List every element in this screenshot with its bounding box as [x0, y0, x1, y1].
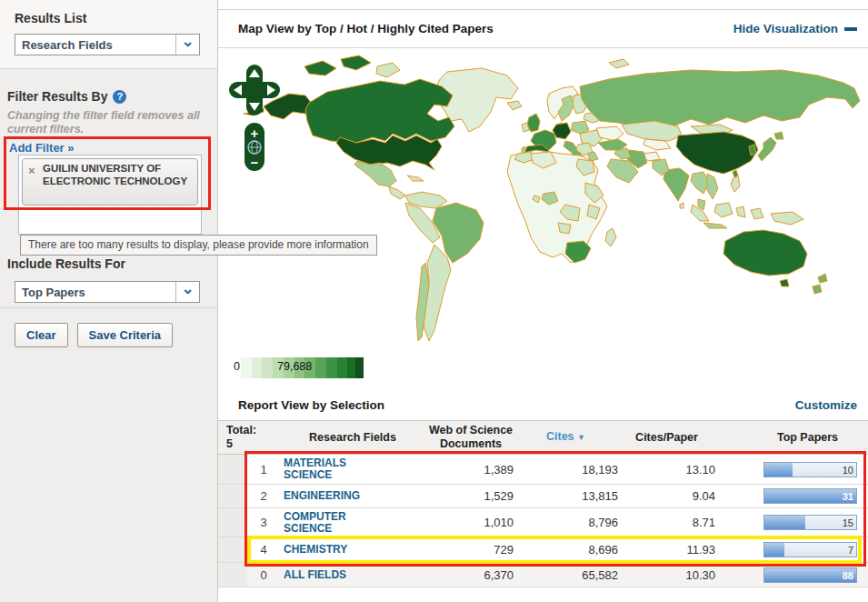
legend-min-label: 0: [234, 360, 240, 373]
bar-fill: [764, 463, 793, 477]
table-row-materials-science[interactable]: 1 MATERIALS SCIENCE 1,389 18,193 13.10 1…: [218, 455, 868, 485]
map-zoom-control[interactable]: + −: [244, 123, 264, 171]
row-rank: 0: [247, 568, 280, 582]
bar-fill: [764, 543, 784, 557]
filter-listbox[interactable]: × GUILIN UNIVERSITY OF ELECTRONIC TECHNO…: [18, 155, 202, 235]
filter-sidebar: Results List Research Fields ⌄ Filter Re…: [0, 0, 218, 602]
row-gutter: [218, 563, 247, 587]
bar-fill: [764, 516, 805, 529]
zoom-in-icon: +: [251, 125, 259, 141]
table-row-all-fields[interactable]: 0 ALL FIELDS 6,370 65,582 10.30 88: [218, 563, 868, 587]
row-rank: 1: [247, 463, 280, 477]
results-list-heading: Results List: [15, 11, 203, 25]
cites-per-paper-value: 11.93: [618, 543, 715, 557]
report-table-header: Total: 5 Research Fields Web of Science …: [218, 420, 868, 455]
chevron-down-icon[interactable]: ⌄: [175, 282, 199, 302]
total-count: Total: 5: [218, 424, 280, 451]
sidebar-divider: [0, 307, 218, 308]
filter-results-heading: Filter Results By: [7, 89, 107, 104]
zoom-out-icon: −: [251, 155, 259, 170]
report-panel-title: Report View by Selection: [238, 398, 384, 412]
cites-per-paper-value: 13.10: [618, 463, 715, 477]
remove-filter-icon[interactable]: ×: [28, 164, 35, 177]
filter-note: Changing the filter field removes all cu…: [7, 109, 207, 136]
field-link[interactable]: ALL FIELDS: [280, 569, 382, 581]
row-gutter: [218, 485, 247, 507]
chevron-down-icon[interactable]: ⌄: [175, 35, 199, 55]
main-content: Map View by Top / Hot / Highly Cited Pap…: [218, 0, 868, 602]
row-gutter: [218, 537, 247, 562]
row-rank: 4: [247, 543, 280, 557]
row-rank: 3: [247, 516, 280, 529]
row-rank: 2: [247, 489, 280, 503]
row-gutter: [218, 455, 247, 484]
add-filter-link[interactable]: Add Filter »: [9, 141, 75, 155]
world-map-choropleth[interactable]: + −: [218, 48, 868, 355]
top-papers-value: 10: [843, 463, 853, 477]
cites-value: 65,582: [514, 568, 618, 582]
top-papers-bar: 15: [763, 515, 857, 530]
filter-chip-guilin-university[interactable]: × GUILIN UNIVERSITY OF ELECTRONIC TECHNO…: [22, 158, 198, 206]
collapse-minus-icon: [844, 27, 857, 31]
row-gutter: [218, 508, 247, 537]
results-list-dropdown[interactable]: Research Fields ⌄: [15, 34, 200, 55]
cites-per-paper-value: 10.30: [618, 568, 715, 582]
table-row-chemistry[interactable]: 4 CHEMISTRY 729 8,696 11.93 7: [218, 537, 868, 563]
cites-value: 18,193: [514, 463, 618, 477]
filter-results-heading-row: Filter Results By ?: [7, 89, 126, 104]
column-header-research-fields[interactable]: Research Fields: [280, 431, 425, 445]
sort-desc-icon: ▼: [577, 433, 585, 442]
docs-value: 729: [425, 543, 514, 557]
docs-value: 1,010: [425, 516, 514, 529]
save-criteria-button[interactable]: Save Criteria: [77, 323, 174, 347]
top-papers-value: 7: [848, 543, 853, 557]
help-icon[interactable]: ?: [113, 90, 126, 104]
results-list-section: Results List Research Fields ⌄: [0, 0, 217, 69]
cites-value: 8,696: [514, 543, 618, 557]
cites-value: 8,796: [514, 516, 618, 529]
cites-per-paper-value: 8.71: [618, 516, 715, 529]
column-header-cites-per-paper[interactable]: Cites/Paper: [618, 431, 715, 445]
report-panel-header: Report View by Selection Customize: [218, 390, 868, 420]
esi-analytics-page: { "sidebar": { "results_list": { "title"…: [0, 0, 868, 602]
top-papers-value: 15: [843, 516, 853, 530]
map-area: + − 0 79,688: [218, 48, 868, 386]
report-table-body: 1 MATERIALS SCIENCE 1,389 18,193 13.10 1…: [218, 455, 868, 587]
include-results-dropdown[interactable]: Top Papers ⌄: [15, 281, 200, 303]
top-papers-value: 31: [843, 489, 853, 504]
top-papers-value: 88: [843, 568, 853, 583]
field-link[interactable]: CHEMISTRY: [280, 544, 382, 556]
cites-per-paper-value: 9.04: [618, 489, 715, 503]
docs-value: 1,529: [425, 489, 514, 503]
too-many-results-tooltip: There are too many results to display, p…: [20, 235, 377, 256]
top-papers-bar: 88: [763, 567, 857, 583]
map-countries[interactable]: [244, 55, 860, 341]
map-panel-header: Map View by Top / Hot / Highly Cited Pap…: [218, 9, 868, 48]
column-header-top-papers[interactable]: Top Papers: [763, 431, 868, 445]
include-results-dropdown-value: Top Papers: [15, 286, 175, 299]
docs-value: 1,389: [425, 463, 514, 477]
clear-button[interactable]: Clear: [15, 323, 68, 347]
hide-visualization-link[interactable]: Hide Visualization: [733, 22, 857, 35]
legend-max-label: 79,688: [277, 360, 312, 373]
table-row-engineering[interactable]: 2 ENGINEERING 1,529 13,815 9.04 31: [218, 485, 868, 508]
field-link[interactable]: ENGINEERING: [280, 490, 382, 502]
map-panel-title: Map View by Top / Hot / Highly Cited Pap…: [238, 22, 494, 35]
cites-value: 13,815: [514, 489, 618, 503]
docs-value: 6,370: [425, 568, 514, 582]
column-header-cites-sorted[interactable]: Cites ▼: [514, 430, 618, 445]
top-papers-bar: 7: [763, 542, 857, 557]
results-list-dropdown-value: Research Fields: [15, 38, 175, 52]
top-papers-bar: 10: [763, 462, 857, 477]
column-header-wos-documents[interactable]: Web of Science Documents: [425, 424, 516, 451]
map-color-legend: 0 79,688: [230, 357, 364, 378]
top-papers-bar: 31: [763, 488, 857, 504]
customize-link[interactable]: Customize: [795, 398, 857, 412]
field-link[interactable]: COMPUTER SCIENCE: [280, 511, 382, 535]
filter-chip-label: GUILIN UNIVERSITY OF ELECTRONIC TECHNOLO…: [43, 162, 188, 187]
include-results-heading: Include Results For: [7, 256, 125, 271]
hide-visualization-label: Hide Visualization: [733, 22, 838, 35]
field-link[interactable]: MATERIALS SCIENCE: [280, 457, 382, 481]
table-row-computer-science[interactable]: 3 COMPUTER SCIENCE 1,010 8,796 8.71 15: [218, 508, 868, 537]
sidebar-buttons: Clear Save Criteria: [15, 323, 173, 347]
